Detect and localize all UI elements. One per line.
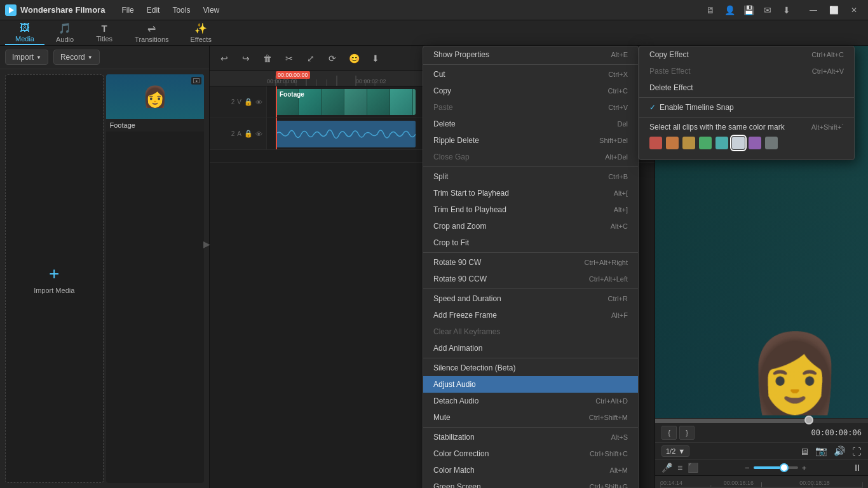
undo-icon[interactable]: ↩	[217, 51, 231, 65]
ctx-trim-end-shortcut: Alt+]	[614, 206, 628, 214]
ctx-color-match[interactable]: Color Match Alt+M	[423, 462, 638, 478]
import-button[interactable]: Import ▼	[5, 50, 48, 65]
volume-transport-icon[interactable]: 🔊	[834, 445, 846, 457]
ctx-sep-2	[423, 166, 638, 167]
video-clip[interactable]: Footage	[276, 89, 416, 115]
ctx-crop-zoom[interactable]: Crop and Zoom Alt+C	[423, 218, 638, 234]
menu-file[interactable]: File	[115, 3, 140, 17]
layers-icon[interactable]: ≡	[677, 463, 682, 473]
camera-transport-icon[interactable]: 📷	[815, 445, 827, 457]
maximize-button[interactable]: ⬜	[825, 1, 843, 19]
ctx-delete-effect[interactable]: Delete Effect	[639, 79, 854, 96]
volume-plus-icon[interactable]: +	[802, 463, 807, 473]
crop-timeline-icon[interactable]: ⤢	[304, 51, 318, 65]
resolution-select[interactable]: 1/2 ▼	[661, 445, 689, 457]
close-button[interactable]: ✕	[845, 1, 863, 19]
ctx-detach-audio-label: Detach Audio	[433, 396, 478, 405]
bracket-in-button[interactable]: {	[661, 426, 677, 440]
audio-lock-icon[interactable]: 🔒	[244, 130, 253, 138]
tab-titles[interactable]: T Titles	[85, 20, 123, 45]
swatch-orange[interactable]	[666, 137, 679, 149]
ctx-stabilization-shortcut: Alt+S	[611, 433, 628, 441]
ctx-split[interactable]: Split Ctrl+B	[423, 168, 638, 185]
tab-media[interactable]: 🖼 Media	[5, 20, 44, 45]
mic-icon[interactable]: 🎤	[661, 463, 672, 473]
ctx-silence-detection[interactable]: Silence Detection (Beta)	[423, 360, 638, 376]
volume-bar[interactable]	[754, 466, 798, 469]
ctx-trim-end[interactable]: Trim End to Playhead Alt+]	[423, 201, 638, 218]
tab-audio[interactable]: 🎵 Audio	[46, 20, 84, 45]
save-icon[interactable]: 💾	[742, 4, 755, 17]
ctx-enable-snap[interactable]: ✓ Enable Timeline Snap	[639, 99, 854, 116]
rotate-timeline-icon[interactable]: ⟳	[325, 51, 339, 65]
ctx-show-properties[interactable]: Show Properties Alt+E	[423, 46, 638, 63]
menu-view[interactable]: View	[196, 3, 226, 17]
preview-person: 👩	[747, 329, 843, 418]
ctx-copy[interactable]: Copy Ctrl+C	[423, 83, 638, 99]
cut-timeline-icon[interactable]: ✂	[282, 51, 296, 65]
ctx-silence-detection-label: Silence Detection (Beta)	[433, 363, 515, 372]
swatch-yellow[interactable]	[682, 137, 695, 149]
ctx-rotate-cw[interactable]: Rotate 90 CW Ctrl+Alt+Right	[423, 254, 638, 271]
preview-progress-handle[interactable]	[804, 416, 813, 424]
record-chevron-icon: ▼	[88, 55, 93, 60]
audio-eye-icon[interactable]: 👁	[255, 130, 262, 138]
record-label: Record	[60, 53, 85, 62]
context-menu-left: Show Properties Alt+E Cut Ctrl+X Copy Ct…	[423, 46, 639, 488]
mail-icon[interactable]: ✉	[761, 4, 774, 17]
app-logo: Wondershare Filmora	[5, 4, 105, 16]
pause-icon[interactable]: ⏸	[853, 463, 862, 473]
volume-minus-icon[interactable]: −	[745, 463, 750, 473]
redo-icon[interactable]: ↪	[239, 51, 253, 65]
ctx-delete[interactable]: Delete Del	[423, 116, 638, 132]
record-button[interactable]: Record ▼	[53, 50, 100, 65]
swatch-red[interactable]	[649, 137, 662, 149]
minimize-button[interactable]: —	[804, 1, 822, 19]
export-timeline-icon[interactable]: ⬇	[369, 51, 383, 65]
swatch-gray[interactable]	[765, 137, 778, 149]
ctx-select-color-mark[interactable]: Select all clips with the same color mar…	[639, 119, 854, 159]
ctx-speed-duration[interactable]: Speed and Duration Ctrl+R	[423, 290, 638, 307]
ctx-ripple-delete[interactable]: Ripple Delete Shift+Del	[423, 132, 638, 149]
fullscreen-transport-icon[interactable]: ⛶	[852, 446, 862, 457]
ctx-green-screen[interactable]: Green Screen Ctrl+Shift+G	[423, 478, 638, 488]
ctx-color-correction[interactable]: Color Correction Ctrl+Shift+C	[423, 445, 638, 462]
panel-expand-icon[interactable]: ▶	[203, 239, 210, 249]
download-icon[interactable]: ⬇	[780, 4, 793, 17]
ctx-freeze-frame[interactable]: Add Freeze Frame Alt+F	[423, 307, 638, 323]
delete-timeline-icon[interactable]: 🗑	[261, 51, 275, 65]
monitor-transport-icon[interactable]: 🖥	[799, 446, 809, 457]
ctx-adjust-audio[interactable]: Adjust Audio	[423, 376, 638, 393]
ctx-crop-fit[interactable]: Crop to Fit	[423, 234, 638, 251]
ctx-mute[interactable]: Mute Ctrl+Shift+M	[423, 409, 638, 426]
lock-icon[interactable]: 🔒	[244, 98, 253, 106]
swatch-teal[interactable]	[715, 137, 728, 149]
left-panel: Import ▼ Record ▼ + Import Media 👩	[0, 46, 210, 488]
eye-icon[interactable]: 👁	[255, 98, 262, 106]
monitor-icon[interactable]: 🖥	[704, 4, 717, 17]
volume-handle[interactable]	[780, 463, 789, 472]
import-media-card[interactable]: + Import Media	[5, 74, 104, 483]
bracket-out-button[interactable]: }	[679, 426, 695, 440]
swatch-purple[interactable]	[749, 137, 761, 149]
ctx-stabilization[interactable]: Stabilization Alt+S	[423, 429, 638, 445]
ctx-copy-effect[interactable]: Copy Effect Ctrl+Alt+C	[639, 46, 854, 63]
swatch-green[interactable]	[699, 137, 712, 149]
menu-edit[interactable]: Edit	[140, 3, 166, 17]
tab-transitions[interactable]: ⇌ Transitions	[125, 20, 179, 45]
ctx-crop-zoom-label: Crop and Zoom	[433, 222, 486, 231]
preview-scrubber[interactable]	[655, 418, 868, 423]
tab-effects[interactable]: ✨ Effects	[180, 20, 222, 45]
layout-icon[interactable]: ⬛	[688, 463, 698, 473]
ctx-rotate-ccw[interactable]: Rotate 90 CCW Ctrl+Alt+Left	[423, 271, 638, 287]
menu-tools[interactable]: Tools	[166, 3, 196, 17]
ctx-add-animation[interactable]: Add Animation	[423, 340, 638, 356]
swatch-white[interactable]	[732, 137, 745, 149]
account-icon[interactable]: 👤	[723, 4, 736, 17]
footage-card[interactable]: 👩 ■ Footage	[106, 74, 205, 483]
ctx-delete-shortcut: Del	[617, 120, 628, 128]
ctx-cut[interactable]: Cut Ctrl+X	[423, 66, 638, 83]
ctx-detach-audio[interactable]: Detach Audio Ctrl+Alt+D	[423, 393, 638, 409]
emoji-timeline-icon[interactable]: 😊	[347, 51, 361, 65]
ctx-trim-start[interactable]: Trim Start to Playhead Alt+[	[423, 185, 638, 201]
